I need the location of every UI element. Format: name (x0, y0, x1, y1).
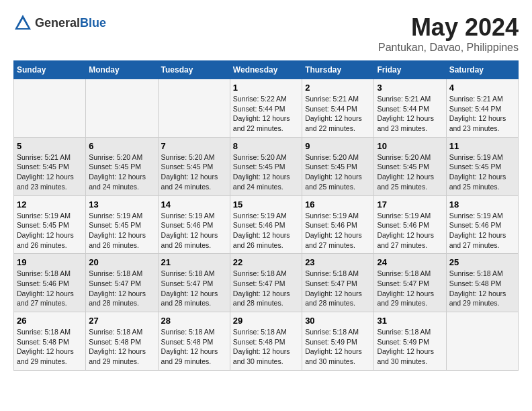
day-number: 6 (89, 141, 154, 151)
calendar-cell: 13Sunrise: 5:19 AM Sunset: 5:45 PM Dayli… (86, 195, 158, 254)
calendar-cell: 30Sunrise: 5:18 AM Sunset: 5:49 PM Dayli… (302, 312, 374, 371)
day-number: 30 (305, 316, 371, 326)
day-info: Sunrise: 5:18 AM Sunset: 5:49 PM Dayligh… (377, 328, 434, 365)
calendar-week-row: 1Sunrise: 5:22 AM Sunset: 5:44 PM Daylig… (14, 79, 519, 138)
day-info: Sunrise: 5:20 AM Sunset: 5:45 PM Dayligh… (377, 153, 434, 191)
header-day-sunday: Sunday (14, 61, 86, 79)
header-day-thursday: Thursday (302, 61, 374, 79)
header-day-friday: Friday (374, 61, 446, 79)
day-info: Sunrise: 5:18 AM Sunset: 5:48 PM Dayligh… (449, 269, 506, 307)
calendar-cell: 18Sunrise: 5:19 AM Sunset: 5:46 PM Dayli… (446, 195, 518, 254)
day-info: Sunrise: 5:19 AM Sunset: 5:46 PM Dayligh… (161, 212, 218, 249)
day-info: Sunrise: 5:22 AM Sunset: 5:44 PM Dayligh… (233, 95, 290, 132)
day-number: 2 (305, 83, 371, 93)
calendar-cell (158, 79, 230, 138)
calendar-cell (14, 79, 86, 138)
day-info: Sunrise: 5:18 AM Sunset: 5:47 PM Dayligh… (305, 269, 362, 307)
calendar-cell: 24Sunrise: 5:18 AM Sunset: 5:47 PM Dayli… (374, 254, 446, 312)
calendar-cell (446, 312, 518, 371)
header-day-saturday: Saturday (446, 61, 518, 79)
day-info: Sunrise: 5:18 AM Sunset: 5:46 PM Dayligh… (17, 269, 74, 307)
calendar-header-row: SundayMondayTuesdayWednesdayThursdayFrid… (14, 61, 519, 79)
calendar-cell: 4Sunrise: 5:21 AM Sunset: 5:44 PM Daylig… (446, 79, 518, 138)
day-info: Sunrise: 5:21 AM Sunset: 5:44 PM Dayligh… (305, 95, 362, 132)
day-number: 1 (233, 83, 299, 93)
calendar-cell: 28Sunrise: 5:18 AM Sunset: 5:48 PM Dayli… (158, 312, 230, 371)
day-info: Sunrise: 5:19 AM Sunset: 5:46 PM Dayligh… (233, 212, 290, 249)
calendar-cell: 3Sunrise: 5:21 AM Sunset: 5:44 PM Daylig… (374, 79, 446, 138)
calendar-cell: 8Sunrise: 5:20 AM Sunset: 5:45 PM Daylig… (230, 137, 302, 195)
day-number: 13 (89, 199, 154, 210)
day-number: 31 (377, 316, 443, 326)
day-number: 8 (233, 141, 299, 151)
calendar-cell: 2Sunrise: 5:21 AM Sunset: 5:44 PM Daylig… (302, 79, 374, 138)
day-number: 10 (377, 141, 443, 151)
calendar-cell: 27Sunrise: 5:18 AM Sunset: 5:48 PM Dayli… (86, 312, 158, 371)
calendar-cell: 9Sunrise: 5:20 AM Sunset: 5:45 PM Daylig… (302, 137, 374, 195)
calendar-cell (86, 79, 158, 138)
day-info: Sunrise: 5:20 AM Sunset: 5:45 PM Dayligh… (233, 153, 290, 191)
calendar-cell: 15Sunrise: 5:19 AM Sunset: 5:46 PM Dayli… (230, 195, 302, 254)
day-number: 17 (377, 199, 443, 210)
page-title: May 2024 (378, 13, 519, 42)
day-info: Sunrise: 5:18 AM Sunset: 5:48 PM Dayligh… (17, 328, 74, 365)
logo-text-general: General (35, 16, 80, 30)
header-day-monday: Monday (86, 61, 158, 79)
day-info: Sunrise: 5:20 AM Sunset: 5:45 PM Dayligh… (161, 153, 218, 191)
calendar-cell: 25Sunrise: 5:18 AM Sunset: 5:48 PM Dayli… (446, 254, 518, 312)
title-area: May 2024 Pantukan, Davao, Philippines (378, 13, 519, 54)
day-info: Sunrise: 5:18 AM Sunset: 5:47 PM Dayligh… (377, 269, 434, 307)
day-info: Sunrise: 5:18 AM Sunset: 5:47 PM Dayligh… (233, 269, 290, 307)
calendar-cell: 19Sunrise: 5:18 AM Sunset: 5:46 PM Dayli… (14, 254, 86, 312)
calendar-cell: 31Sunrise: 5:18 AM Sunset: 5:49 PM Dayli… (374, 312, 446, 371)
day-info: Sunrise: 5:18 AM Sunset: 5:48 PM Dayligh… (89, 328, 146, 365)
day-number: 24 (377, 257, 443, 267)
logo: GeneralBlue (13, 13, 106, 32)
day-info: Sunrise: 5:20 AM Sunset: 5:45 PM Dayligh… (89, 153, 146, 191)
day-info: Sunrise: 5:19 AM Sunset: 5:45 PM Dayligh… (89, 212, 146, 249)
calendar-week-row: 5Sunrise: 5:21 AM Sunset: 5:45 PM Daylig… (14, 137, 519, 195)
calendar-cell: 23Sunrise: 5:18 AM Sunset: 5:47 PM Dayli… (302, 254, 374, 312)
calendar-week-row: 12Sunrise: 5:19 AM Sunset: 5:45 PM Dayli… (14, 195, 519, 254)
calendar-cell: 11Sunrise: 5:19 AM Sunset: 5:45 PM Dayli… (446, 137, 518, 195)
day-number: 15 (233, 199, 299, 210)
day-info: Sunrise: 5:21 AM Sunset: 5:45 PM Dayligh… (17, 153, 74, 191)
calendar-cell: 5Sunrise: 5:21 AM Sunset: 5:45 PM Daylig… (14, 137, 86, 195)
calendar-cell: 26Sunrise: 5:18 AM Sunset: 5:48 PM Dayli… (14, 312, 86, 371)
day-number: 19 (17, 257, 83, 267)
day-info: Sunrise: 5:21 AM Sunset: 5:44 PM Dayligh… (377, 95, 434, 132)
day-info: Sunrise: 5:18 AM Sunset: 5:48 PM Dayligh… (233, 328, 290, 365)
day-info: Sunrise: 5:19 AM Sunset: 5:45 PM Dayligh… (449, 153, 506, 191)
day-number: 9 (305, 141, 371, 151)
calendar-week-row: 19Sunrise: 5:18 AM Sunset: 5:46 PM Dayli… (14, 254, 519, 312)
day-number: 16 (305, 199, 371, 210)
day-number: 22 (233, 257, 299, 267)
calendar-cell: 22Sunrise: 5:18 AM Sunset: 5:47 PM Dayli… (230, 254, 302, 312)
day-number: 3 (377, 83, 443, 93)
day-info: Sunrise: 5:19 AM Sunset: 5:46 PM Dayligh… (305, 212, 362, 249)
logo-icon (13, 13, 32, 32)
calendar-cell: 20Sunrise: 5:18 AM Sunset: 5:47 PM Dayli… (86, 254, 158, 312)
page-subtitle: Pantukan, Davao, Philippines (378, 42, 519, 54)
calendar-cell: 17Sunrise: 5:19 AM Sunset: 5:46 PM Dayli… (374, 195, 446, 254)
logo-text-blue: Blue (80, 16, 106, 30)
calendar-cell: 29Sunrise: 5:18 AM Sunset: 5:48 PM Dayli… (230, 312, 302, 371)
day-info: Sunrise: 5:18 AM Sunset: 5:49 PM Dayligh… (305, 328, 362, 365)
day-number: 23 (305, 257, 371, 267)
day-number: 18 (449, 199, 515, 210)
calendar-cell: 7Sunrise: 5:20 AM Sunset: 5:45 PM Daylig… (158, 137, 230, 195)
day-info: Sunrise: 5:18 AM Sunset: 5:47 PM Dayligh… (89, 269, 146, 307)
day-number: 29 (233, 316, 299, 326)
header-day-tuesday: Tuesday (158, 61, 230, 79)
calendar-cell: 16Sunrise: 5:19 AM Sunset: 5:46 PM Dayli… (302, 195, 374, 254)
day-info: Sunrise: 5:20 AM Sunset: 5:45 PM Dayligh… (305, 153, 362, 191)
day-info: Sunrise: 5:19 AM Sunset: 5:45 PM Dayligh… (17, 212, 74, 249)
day-number: 20 (89, 257, 154, 267)
day-number: 7 (161, 141, 227, 151)
calendar-cell: 12Sunrise: 5:19 AM Sunset: 5:45 PM Dayli… (14, 195, 86, 254)
calendar-cell: 10Sunrise: 5:20 AM Sunset: 5:45 PM Dayli… (374, 137, 446, 195)
calendar-cell: 21Sunrise: 5:18 AM Sunset: 5:47 PM Dayli… (158, 254, 230, 312)
day-number: 21 (161, 257, 227, 267)
day-info: Sunrise: 5:19 AM Sunset: 5:46 PM Dayligh… (377, 212, 434, 249)
day-number: 26 (17, 316, 83, 326)
